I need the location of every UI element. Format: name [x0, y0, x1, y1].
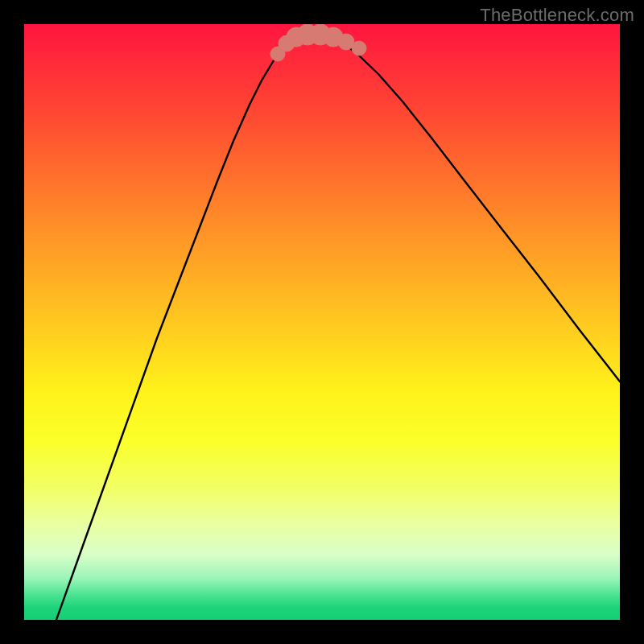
optimum-marker: [352, 41, 366, 56]
bottleneck-curve: [56, 34, 620, 620]
optimum-markers: [270, 24, 366, 61]
plot-area: [24, 24, 620, 620]
chart-frame: TheBottleneck.com: [0, 0, 644, 644]
watermark-label: TheBottleneck.com: [480, 5, 634, 26]
curve-svg: [24, 24, 620, 620]
